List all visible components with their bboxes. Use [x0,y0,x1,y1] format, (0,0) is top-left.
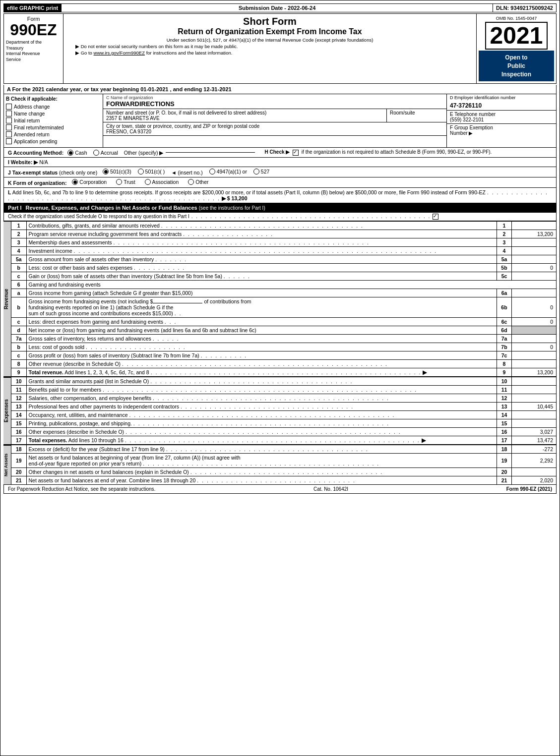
line-num-7c: 7c [497,351,512,359]
section-a: A For the 2021 calendar year, or tax yea… [3,85,557,94]
527-radio-box[interactable] [253,169,259,174]
row-label-7b: b [11,343,26,351]
check-amended-return[interactable]: Amended return [6,131,101,137]
website-url: N/A [39,159,48,165]
line-num-1: 1 [497,221,512,230]
amount-2: 13,200 [512,230,557,238]
form-990ez-label: Form 990-EZ (2021) [506,486,552,492]
trust-radio-box[interactable] [116,179,122,185]
insert-no: ◄ (insert no.) [171,170,203,175]
corp-radio[interactable]: Corporation [72,179,107,185]
amended-return-checkbox[interactable] [6,131,12,137]
row-num-16: 16 [11,427,26,436]
phone-value: (559) 322-2101 [450,117,553,122]
accrual-label: Accrual [101,150,118,156]
table-row: 20 Other changes in net assets or fund b… [11,467,557,476]
amended-return-label: Amended return [14,132,50,137]
other-label: Other (specify) ▶ [124,150,164,156]
501c-radio-box[interactable] [138,169,144,174]
4947-radio-box[interactable] [209,169,215,174]
check-applicable-col: B Check if applicable: Address change Na… [4,94,103,147]
cash-radio[interactable]: Cash [67,150,87,156]
assoc-radio-box[interactable] [145,179,151,185]
501c-radio[interactable]: 501(c)( ) [138,169,165,174]
corp-radio-box[interactable] [72,179,78,185]
accrual-radio-box[interactable] [93,150,99,156]
line-num-3: 3 [497,238,512,246]
check-initial-return[interactable]: Initial return [6,117,101,123]
city-label: City or town, state or province, country… [106,123,443,129]
row-label-6d: d [11,326,26,334]
501c3-radio[interactable]: 501(c)(3) [103,169,131,174]
sub-val-7b: 0 [512,343,557,351]
amount-17: 13,472 [512,436,557,444]
trust-radio[interactable]: Trust [116,179,135,185]
check-name-change[interactable]: Name change [6,111,101,116]
amount-16: 3,027 [512,427,557,436]
table-row: 12 Salaries, other compensation, and emp… [11,394,557,402]
cash-radio-box[interactable] [67,150,73,156]
row-desc-18: Excess or (deficit) for the year (Subtra… [26,445,497,454]
501c3-radio-box[interactable] [103,169,109,174]
amount-20 [512,467,557,476]
other-radio-box[interactable] [188,179,194,185]
check-row: Check if the organization used Schedule … [3,213,557,221]
row-num-20: 20 [11,467,26,476]
table-row: 18 Excess or (deficit) for the year (Sub… [11,445,557,454]
schedule-o-checkbox[interactable] [433,214,438,220]
address-change-checkbox[interactable] [6,104,12,110]
part1-label: Part I [8,205,22,211]
sub-val-5b: 0 [512,263,557,272]
accrual-radio[interactable]: Accrual [93,150,118,156]
h-checkbox[interactable] [293,150,299,156]
amount-19: 2,292 [512,453,557,467]
l-dots: . . . . . . . . . . . . . . . . . . . . … [8,189,548,201]
app-pending-checkbox[interactable] [6,138,12,144]
row-num-14: 14 [11,410,26,419]
initial-return-checkbox[interactable] [6,117,12,123]
row-num-4: 4 [11,246,26,255]
title-cell: Short Form Return of Organization Exempt… [63,14,477,83]
amount-6d [512,326,557,334]
other-org-label: Other [195,179,208,185]
amount-7c [512,351,557,359]
d-label: D Employer identification number [450,95,553,100]
sub-6c: 6c [497,317,512,326]
row-num-15: 15 [11,419,26,427]
sub-val-6a [512,289,557,297]
address-change-label: Address change [14,104,50,110]
final-return-checkbox[interactable] [6,124,12,130]
return-title: Return of Organization Exempt From Incom… [65,27,474,36]
4947-radio[interactable]: 4947(a)(1) or [209,169,247,174]
sub-val-6b: 0 [512,297,557,317]
h-check-area: H Check ▶ if the organization is not req… [265,149,553,155]
527-radio[interactable]: 527 [253,169,270,174]
i-label: I Website: ▶ [8,159,38,165]
row-num-8: 8 [11,359,26,368]
sub-5b: 5b [497,263,512,272]
form-number-cell: Form 990EZ Department of the Treasury In… [4,14,63,83]
k-row: K Form of organization: Corporation Trus… [3,177,557,188]
row-desc-7c: Gross profit or (loss) from sales of inv… [26,351,497,359]
row-desc-19: Net assets or fund balances at beginning… [26,453,497,467]
check-app-pending[interactable]: Application pending [6,138,101,144]
other-radio[interactable]: Other [188,179,208,185]
name-change-checkbox[interactable] [6,111,12,116]
check-final-return[interactable]: Final return/terminated [6,124,101,130]
dept-info: Department of the Treasury Internal Reve… [6,40,61,63]
assoc-radio[interactable]: Association [145,179,179,185]
501c3-label: 501(c)(3) [110,169,131,174]
row-desc-17: Total expenses. Add lines 10 through 16 … [26,436,497,444]
expenses-section: Expenses 10 Grants and similar amounts p… [3,377,557,445]
e-label: E Telephone number [450,112,553,117]
amount-18: -272 [512,445,557,454]
line-num-2: 2 [497,230,512,238]
table-row: 19 Net assets or fund balances at beginn… [11,453,557,467]
table-row: 6 Gaming and fundraising events [11,280,557,289]
ein-row: D Employer identification number 47-3726… [447,94,556,111]
table-row: 2 Program service revenue including gove… [11,230,557,238]
row-desc-6a: Gross income from gaming (attach Schedul… [26,289,497,297]
table-row: 15 Printing, publications, postage, and … [11,419,557,427]
line-num-8: 8 [497,359,512,368]
check-address-change[interactable]: Address change [6,104,101,110]
